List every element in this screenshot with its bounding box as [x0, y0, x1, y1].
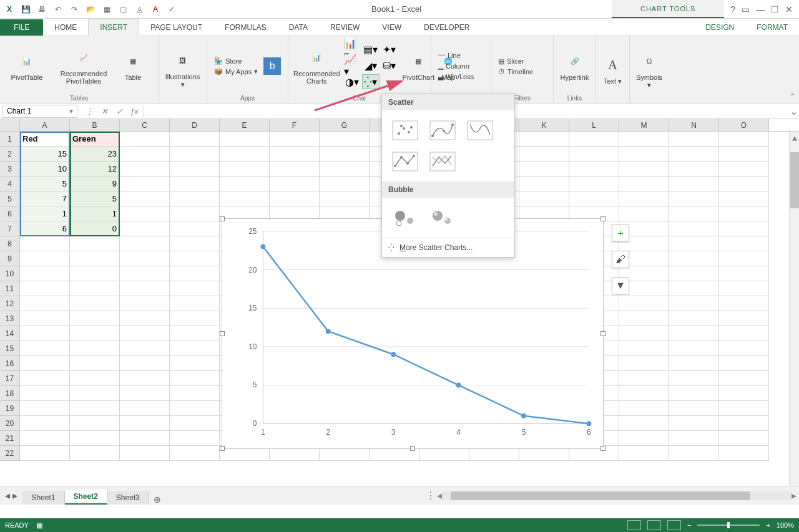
cell[interactable] [120, 431, 170, 446]
row-header[interactable]: 9 [0, 251, 20, 266]
collapse-ribbon-icon[interactable]: ⌃ [790, 92, 795, 100]
cell[interactable] [619, 311, 669, 326]
tab-developer[interactable]: DEVELOPER [413, 19, 481, 36]
open-icon[interactable]: 📂 [84, 2, 97, 16]
cell[interactable] [20, 386, 70, 401]
cell[interactable] [320, 191, 370, 206]
sparkline-column-button[interactable]: ▁ Column [436, 61, 476, 70]
line-chart-icon[interactable]: 📈▾ [344, 59, 360, 72]
resize-handle[interactable] [410, 446, 415, 451]
cell[interactable] [669, 251, 719, 266]
area-chart-icon[interactable]: ◢▾ [363, 59, 379, 72]
cell[interactable] [569, 177, 619, 191]
row-header[interactable]: 19 [0, 401, 20, 416]
row-header[interactable]: 3 [0, 162, 20, 177]
resize-handle[interactable] [220, 446, 225, 451]
tab-insert[interactable]: INSERT [88, 19, 139, 36]
shape-fill-icon[interactable]: ◬ [132, 2, 146, 16]
stock-chart-icon[interactable]: ✦▾ [381, 42, 398, 56]
column-header[interactable]: D [170, 119, 220, 131]
cell[interactable] [170, 221, 220, 236]
tab-design[interactable]: DESIGN [694, 19, 745, 36]
cell[interactable] [170, 281, 220, 296]
help-icon[interactable]: ? [730, 4, 735, 14]
timeline-button[interactable]: ⏱ Timeline [496, 67, 535, 76]
bing-maps-icon[interactable]: b [263, 57, 281, 75]
zoom-in-icon[interactable]: + [766, 521, 770, 529]
cell[interactable] [120, 326, 170, 341]
cell[interactable] [619, 177, 669, 191]
cell[interactable] [120, 132, 170, 147]
cell[interactable] [320, 162, 370, 177]
cell[interactable] [719, 431, 769, 446]
cell[interactable] [719, 281, 769, 296]
cell[interactable] [170, 431, 220, 446]
undo-icon[interactable]: ↶ [51, 2, 65, 16]
row-header[interactable]: 10 [0, 266, 20, 281]
expand-formula-icon[interactable]: ⌄ [788, 105, 799, 117]
slicer-button[interactable]: ▤ Slicer [496, 57, 535, 66]
cell[interactable] [569, 132, 619, 147]
cell[interactable] [120, 356, 170, 371]
cell[interactable] [170, 296, 220, 311]
cell[interactable] [20, 251, 70, 266]
cell[interactable] [170, 326, 220, 341]
chart-styles-button[interactable]: 🖌 [612, 251, 629, 268]
cell[interactable] [270, 191, 320, 206]
cell[interactable] [20, 326, 70, 341]
cell[interactable] [619, 386, 669, 401]
resize-handle[interactable] [600, 331, 605, 336]
cell[interactable] [719, 236, 769, 251]
tab-data[interactable]: DATA [278, 19, 319, 36]
cell[interactable] [20, 296, 70, 311]
symbols-button[interactable]: ΩSymbols ▾ [635, 51, 664, 89]
add-sheet-button[interactable]: ⊕ [149, 495, 165, 505]
cell[interactable] [669, 416, 719, 431]
row-header[interactable]: 8 [0, 236, 20, 251]
cell[interactable] [20, 371, 70, 386]
minimize-icon[interactable]: — [756, 4, 765, 14]
sparkline-winloss-button[interactable]: ▃ Win/Loss [436, 72, 476, 81]
border-icon[interactable]: ▢ [116, 2, 130, 16]
cell[interactable] [569, 191, 619, 206]
select-all-corner[interactable] [0, 119, 20, 131]
cell[interactable] [20, 416, 70, 431]
scatter-dots-icon[interactable] [390, 118, 421, 143]
cell[interactable] [120, 401, 170, 416]
bar-chart-icon[interactable]: ▤▾ [363, 42, 379, 56]
cell[interactable] [20, 266, 70, 281]
view-pagebreak-icon[interactable] [667, 520, 681, 530]
cell[interactable] [669, 177, 719, 191]
row-header[interactable]: 11 [0, 281, 20, 296]
cell[interactable] [220, 147, 270, 162]
resize-handle[interactable] [600, 216, 605, 221]
cell[interactable] [719, 221, 769, 236]
cell[interactable] [719, 371, 769, 386]
macro-icon[interactable]: ▦ [36, 521, 42, 530]
cell[interactable] [120, 386, 170, 401]
cell[interactable] [120, 281, 170, 296]
resize-handle[interactable] [600, 446, 605, 451]
combo-chart-icon[interactable]: ⛁▾ [381, 59, 398, 72]
cell[interactable]: 15 [20, 147, 70, 162]
zoom-slider[interactable] [697, 525, 760, 526]
column-header[interactable]: C [120, 119, 170, 131]
cell[interactable] [70, 431, 120, 446]
cell[interactable] [70, 296, 120, 311]
cell[interactable] [519, 132, 569, 147]
cell[interactable] [70, 266, 120, 281]
cell[interactable] [669, 132, 719, 147]
cell[interactable] [120, 236, 170, 251]
row-header[interactable]: 5 [0, 191, 20, 206]
cell[interactable] [170, 132, 220, 147]
cell[interactable] [669, 281, 719, 296]
cell[interactable] [70, 446, 120, 461]
cell[interactable] [619, 356, 669, 371]
sheet-nav[interactable]: ◂ ▸ [0, 486, 22, 505]
chart-elements-button[interactable]: ＋ [612, 225, 629, 242]
pivottable-button[interactable]: 📊PivotTable [5, 51, 49, 81]
save-icon[interactable]: 💾 [19, 2, 32, 16]
cell[interactable] [619, 132, 669, 147]
cell[interactable] [320, 132, 370, 147]
cell[interactable]: 23 [70, 147, 120, 162]
